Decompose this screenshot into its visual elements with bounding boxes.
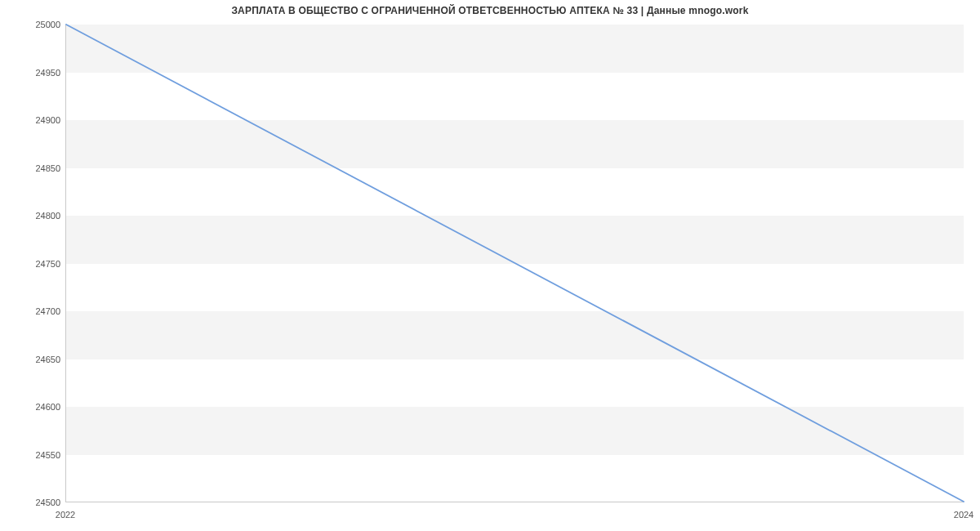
chart-container: ЗАРПЛАТА В ОБЩЕСТВО С ОГРАНИЧЕННОЙ ОТВЕТ… (0, 0, 980, 531)
x-tick-label: 2024 (954, 510, 973, 520)
plot-area (65, 25, 964, 502)
y-tick-label: 24750 (20, 259, 60, 269)
series-line (66, 25, 964, 502)
y-tick-label: 24800 (20, 211, 60, 221)
line-layer (66, 25, 964, 502)
y-tick-label: 24700 (20, 306, 60, 316)
y-tick-label: 24500 (20, 498, 60, 507)
chart-title: ЗАРПЛАТА В ОБЩЕСТВО С ОГРАНИЧЕННОЙ ОТВЕТ… (0, 5, 980, 16)
y-tick-label: 24850 (20, 163, 60, 173)
y-tick-label: 24950 (20, 68, 60, 78)
y-tick-label: 24650 (20, 355, 60, 364)
y-tick-label: 25000 (20, 20, 60, 29)
y-tick-label: 24550 (20, 450, 60, 460)
x-tick-label: 2022 (56, 510, 75, 520)
y-tick-label: 24900 (20, 115, 60, 125)
y-tick-label: 24600 (20, 402, 60, 412)
